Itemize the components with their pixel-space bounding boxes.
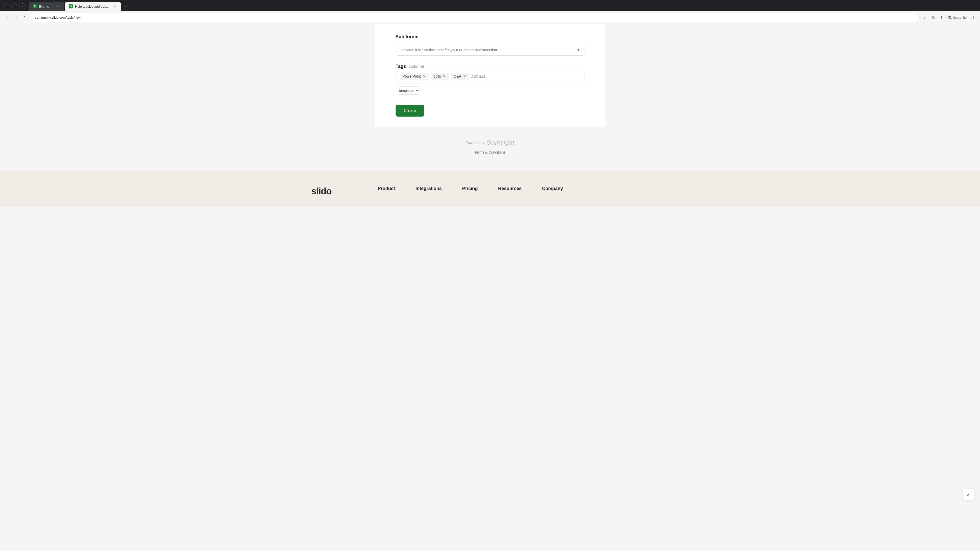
footer-col-product-header[interactable]: Product bbox=[378, 186, 395, 191]
tag-qa: Q&A ✕ bbox=[451, 73, 469, 80]
close-button[interactable]: ✕ bbox=[19, 3, 25, 10]
footer-col-pricing-header[interactable]: Pricing bbox=[462, 186, 478, 191]
powered-by-section: Powered by Gainsight Terms & Conditions bbox=[0, 127, 980, 160]
maximize-button[interactable]: □ bbox=[11, 3, 18, 10]
tab-title-events: Events bbox=[39, 5, 54, 8]
site-footer: slido Product Integrations Pricing Resou… bbox=[0, 171, 980, 207]
incognito-badge[interactable]: 🕵 Incognito bbox=[946, 14, 969, 21]
form-section: Sub forum General Feedback Support Choos… bbox=[380, 24, 600, 127]
tags-label: Tags bbox=[396, 64, 406, 69]
footer-col-company: Company bbox=[542, 186, 563, 197]
tags-optional-label: Optional bbox=[409, 64, 424, 68]
gainsight-logo: Gainsight bbox=[487, 139, 514, 146]
menu-icon: ⋮ bbox=[972, 15, 975, 19]
window-controls: — □ ✕ bbox=[3, 3, 25, 10]
tag-powerpoint: PowerPoint ✕ bbox=[400, 73, 429, 80]
footer-col-resources-header[interactable]: Resources bbox=[498, 186, 522, 191]
tag-suggestion-text: templates bbox=[399, 89, 414, 93]
download-icon: ⬇ bbox=[940, 15, 943, 19]
back-button[interactable]: ← bbox=[3, 14, 10, 21]
tag-polls: polls ✕ bbox=[431, 73, 449, 80]
footer-col-company-header[interactable]: Company bbox=[542, 186, 563, 191]
extensions-button[interactable]: ⧉ bbox=[930, 14, 937, 21]
scroll-top-button[interactable]: ∧ bbox=[963, 489, 974, 500]
create-button[interactable]: Create bbox=[396, 105, 424, 117]
tag-qa-text: Q&A bbox=[453, 74, 461, 78]
browser-chrome: — □ ✕ S Events ✕ S Help articles and bes… bbox=[0, 0, 980, 24]
footer-col-integrations: Integrations bbox=[415, 186, 442, 197]
select-wrapper: General Feedback Support Choose a forum … bbox=[396, 44, 584, 56]
browser-titlebar: — □ ✕ S Events ✕ S Help articles and bes… bbox=[0, 0, 980, 11]
tags-header: Tags Optional bbox=[396, 64, 584, 69]
tab-favicon-help: S bbox=[69, 4, 73, 8]
new-tab-button[interactable]: + bbox=[123, 3, 130, 10]
tab-favicon-events: S bbox=[33, 4, 37, 8]
tag-powerpoint-text: PowerPoint bbox=[402, 74, 421, 78]
footer-col-product: Product bbox=[378, 186, 395, 197]
menu-button[interactable]: ⋮ bbox=[970, 14, 977, 21]
extensions-icon: ⧉ bbox=[932, 15, 935, 20]
tab-title-help: Help articles and best practices bbox=[75, 5, 110, 8]
tags-section: Tags Optional PowerPoint ✕ polls ✕ bbox=[396, 64, 584, 95]
main-container: Sub forum General Feedback Support Choos… bbox=[375, 24, 605, 127]
page-content: Sub forum General Feedback Support Choos… bbox=[0, 24, 980, 207]
url-bar[interactable]: community.slido.com/topic/new bbox=[30, 13, 920, 22]
tag-suggestion-templates[interactable]: templates + bbox=[396, 86, 422, 95]
footer-logo: slido bbox=[311, 186, 357, 197]
tab-close-events[interactable]: ✕ bbox=[56, 4, 60, 9]
footer-col-integrations-header[interactable]: Integrations bbox=[415, 186, 442, 191]
tag-polls-text: polls bbox=[434, 74, 441, 78]
terms-conditions-link[interactable]: Terms & Conditions bbox=[5, 150, 975, 154]
powered-by-label: Powered by bbox=[466, 141, 484, 144]
tabs-bar: S Events ✕ S Help articles and best prac… bbox=[29, 2, 130, 11]
footer-content: slido Product Integrations Pricing Resou… bbox=[311, 186, 669, 197]
sub-forum-label: Sub forum bbox=[396, 34, 584, 40]
back-icon: ← bbox=[5, 15, 8, 19]
forward-button[interactable]: → bbox=[12, 14, 19, 21]
reload-button[interactable]: ↻ bbox=[21, 14, 29, 21]
add-tags-input[interactable] bbox=[471, 74, 580, 78]
star-icon: ☆ bbox=[924, 15, 927, 19]
footer-col-resources: Resources bbox=[498, 186, 522, 197]
sub-forum-section: Sub forum General Feedback Support Choos… bbox=[396, 34, 584, 56]
incognito-icon: 🕵 bbox=[948, 16, 952, 19]
plus-icon: + bbox=[416, 88, 418, 93]
tag-qa-remove[interactable]: ✕ bbox=[463, 74, 467, 78]
tag-powerpoint-remove[interactable]: ✕ bbox=[422, 74, 426, 78]
tab-events[interactable]: S Events ✕ bbox=[29, 2, 64, 11]
footer-col-pricing: Pricing bbox=[462, 186, 478, 197]
tab-close-help[interactable]: ✕ bbox=[112, 4, 117, 9]
powered-by-text: Powered by Gainsight bbox=[5, 139, 975, 146]
minimize-button[interactable]: — bbox=[3, 3, 9, 10]
forward-icon: → bbox=[14, 15, 18, 19]
forum-select[interactable]: General Feedback Support bbox=[396, 44, 584, 56]
star-button[interactable]: ☆ bbox=[921, 14, 929, 21]
incognito-label: Incognito bbox=[953, 16, 967, 19]
footer-columns: Product Integrations Pricing Resources C… bbox=[378, 186, 669, 197]
download-button[interactable]: ⬇ bbox=[938, 14, 945, 21]
reload-icon: ↻ bbox=[24, 15, 27, 19]
tab-help[interactable]: S Help articles and best practices ✕ bbox=[65, 2, 121, 11]
address-actions: ☆ ⧉ ⬇ 🕵 Incognito ⋮ bbox=[921, 14, 977, 21]
tags-input-wrapper[interactable]: PowerPoint ✕ polls ✕ Q&A ✕ bbox=[396, 69, 584, 83]
tag-polls-remove[interactable]: ✕ bbox=[442, 74, 446, 78]
url-text: community.slido.com/topic/new bbox=[35, 16, 915, 19]
chevron-up-icon: ∧ bbox=[967, 492, 970, 497]
address-bar: ← → ↻ community.slido.com/topic/new ☆ ⧉ … bbox=[0, 11, 980, 24]
